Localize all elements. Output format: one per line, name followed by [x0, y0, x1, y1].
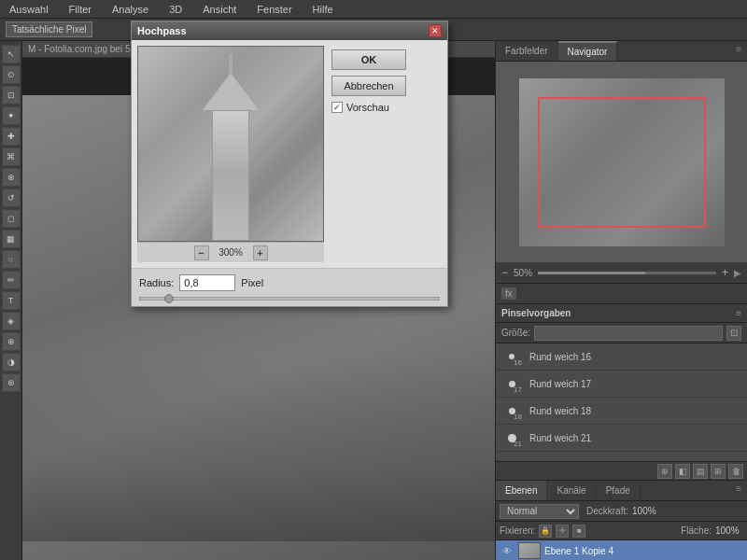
dialog-body: − 300% + OK Abbrechen ✓ Vorschau: [132, 40, 447, 268]
brush-item[interactable]: 21 Rund weich 21: [496, 425, 747, 452]
menu-fenster[interactable]: Fenster: [251, 2, 297, 17]
size-input[interactable]: [534, 326, 723, 341]
tool-zoom[interactable]: ⊛: [2, 373, 21, 392]
nav-extra-icon[interactable]: ▶: [734, 268, 741, 278]
brush-footer-btn4[interactable]: ⊞: [711, 464, 726, 479]
tab-navigator[interactable]: Navigator: [558, 41, 618, 61]
radius-slider[interactable]: [139, 297, 440, 301]
zoom-in-button[interactable]: +: [253, 245, 268, 260]
menu-3d[interactable]: 3D: [163, 2, 188, 17]
tab-farbfelder[interactable]: Farbfelder: [496, 41, 558, 61]
brush-footer-btn5[interactable]: 🗑: [728, 464, 743, 479]
size-icon-btn[interactable]: ⊡: [726, 326, 741, 341]
tool-text[interactable]: T: [2, 291, 21, 310]
brush-footer-btn3[interactable]: ▤: [693, 464, 708, 479]
layer-eye-icon[interactable]: 👁: [500, 543, 514, 558]
layer-name: Ebene 1 Kopie 4: [544, 546, 743, 556]
preview-checkbox[interactable]: ✓: [331, 102, 343, 113]
actual-pixels-button[interactable]: Tatsächliche Pixel: [6, 21, 92, 37]
brush-footer-btn1[interactable]: ⊕: [657, 464, 672, 479]
layers-list: 👁 Ebene 1 Kopie 4: [496, 540, 747, 560]
tab-pfade[interactable]: Pfade: [597, 481, 641, 500]
tower-antenna: [229, 54, 233, 73]
menu-analyse[interactable]: Analyse: [106, 2, 154, 17]
tool-move[interactable]: ⊕: [2, 332, 21, 351]
size-label: Größe:: [501, 328, 530, 338]
tool-eyedropper[interactable]: ✦: [2, 106, 21, 125]
brushes-panel-title: Pinselvorgaben: [501, 308, 571, 318]
brush-item[interactable]: 16 Rund weich 16: [496, 343, 747, 371]
brushes-panel: Pinselvorgaben ≡ Größe: ⊡ 16 Rund weich …: [496, 304, 747, 481]
zoom-slider[interactable]: [538, 272, 716, 274]
brush-dot-container: 16: [501, 346, 522, 367]
tab-ebenen[interactable]: Ebenen: [496, 481, 547, 500]
fix-icon-lock[interactable]: 🔒: [539, 525, 552, 538]
menu-auswahl[interactable]: Auswahl: [4, 2, 54, 17]
tool-eraser[interactable]: ◻: [2, 209, 21, 228]
dialog-preview-image: [138, 47, 323, 241]
tool-select[interactable]: ◈: [2, 312, 21, 330]
brush-num-16: 16: [514, 358, 522, 367]
brushes-panel-header: Pinselvorgaben ≡: [496, 304, 747, 323]
layers-panel: Ebenen Kanäle Pfade ≡ Normal Deckkraft: …: [496, 481, 747, 560]
brushes-list: 16 Rund weich 16 17 Rund weich 17 18: [496, 343, 747, 461]
tool-clone[interactable]: ⊗: [2, 168, 21, 187]
opacity-value: 100%: [632, 506, 660, 516]
layer-item-active[interactable]: 👁 Ebene 1 Kopie 4: [496, 540, 747, 560]
brush-dot-container: 21: [501, 427, 522, 448]
dialog-close-button[interactable]: ✕: [429, 24, 442, 37]
zoom-value: 50%: [514, 268, 532, 278]
menu-filter[interactable]: Filter: [63, 2, 97, 17]
fix-icon-move[interactable]: ✛: [556, 525, 569, 538]
radius-slider-row: [132, 297, 447, 306]
navigator-content: [496, 62, 747, 262]
dialog-title: Hochpass: [137, 25, 425, 36]
cancel-button[interactable]: Abbrechen: [331, 76, 406, 96]
tool-3d[interactable]: ◑: [2, 353, 21, 371]
dialog-footer: Radius: Pixel: [132, 268, 447, 297]
radius-slider-thumb[interactable]: [164, 294, 174, 303]
fx-icon[interactable]: fx: [501, 287, 516, 300]
brush-name-18: Rund weich 18: [529, 406, 591, 416]
tool-gradient[interactable]: ▦: [2, 230, 21, 248]
brush-item[interactable]: 18 Rund weich 18: [496, 398, 747, 425]
tab-kanaele[interactable]: Kanäle: [547, 481, 596, 500]
radius-input[interactable]: [179, 274, 235, 291]
tool-arrow[interactable]: ↖: [2, 45, 21, 63]
layers-tabs: Ebenen Kanäle Pfade ≡: [496, 481, 747, 501]
brushes-panel-options[interactable]: ≡: [736, 308, 741, 318]
brush-footer-btn2[interactable]: ◧: [675, 464, 690, 479]
tool-brush[interactable]: ⌘: [2, 147, 21, 166]
tool-crop[interactable]: ⊡: [2, 86, 21, 105]
zoom-out-icon[interactable]: −: [501, 266, 508, 279]
dialog-preview-container: − 300% +: [137, 46, 324, 262]
tool-history[interactable]: ↺: [2, 189, 21, 207]
canvas-building-hint: [22, 355, 495, 541]
menu-hilfe[interactable]: Hilfe: [307, 2, 339, 17]
brushes-footer: ⊕ ◧ ▤ ⊞ 🗑: [496, 461, 747, 480]
tool-pen[interactable]: ✏: [2, 271, 21, 289]
brush-num-21: 21: [514, 440, 522, 448]
layers-mode-select[interactable]: Normal: [500, 504, 579, 519]
fix-icon-all[interactable]: ■: [572, 525, 585, 538]
zoom-in-icon[interactable]: +: [722, 266, 728, 279]
tower-top: [203, 73, 259, 110]
navigator-preview: [519, 78, 725, 246]
flaeche-label: Fläche:: [681, 525, 712, 536]
tool-dodge[interactable]: ○: [2, 250, 21, 269]
tool-lasso[interactable]: ⊙: [2, 65, 21, 84]
brush-item[interactable]: 17 Rund weich 17: [496, 371, 747, 398]
dialog-preview: [137, 46, 324, 242]
tower-body: [212, 110, 249, 241]
panel-options-icon[interactable]: ≡: [730, 41, 747, 61]
zoom-out-button[interactable]: −: [194, 245, 209, 260]
menu-ansicht[interactable]: Ansicht: [197, 2, 242, 17]
layers-panel-options[interactable]: ≡: [730, 481, 747, 500]
layers-controls: Normal Deckkraft: 100%: [496, 501, 747, 522]
brush-dot-container: 18: [501, 400, 522, 421]
navigator-viewport-box[interactable]: [538, 97, 706, 228]
tool-heal[interactable]: ✚: [2, 127, 21, 146]
hochpass-dialog: Hochpass ✕ − 300% +: [131, 21, 448, 307]
brush-name-16: Rund weich 16: [529, 352, 591, 362]
ok-button[interactable]: OK: [331, 49, 406, 70]
